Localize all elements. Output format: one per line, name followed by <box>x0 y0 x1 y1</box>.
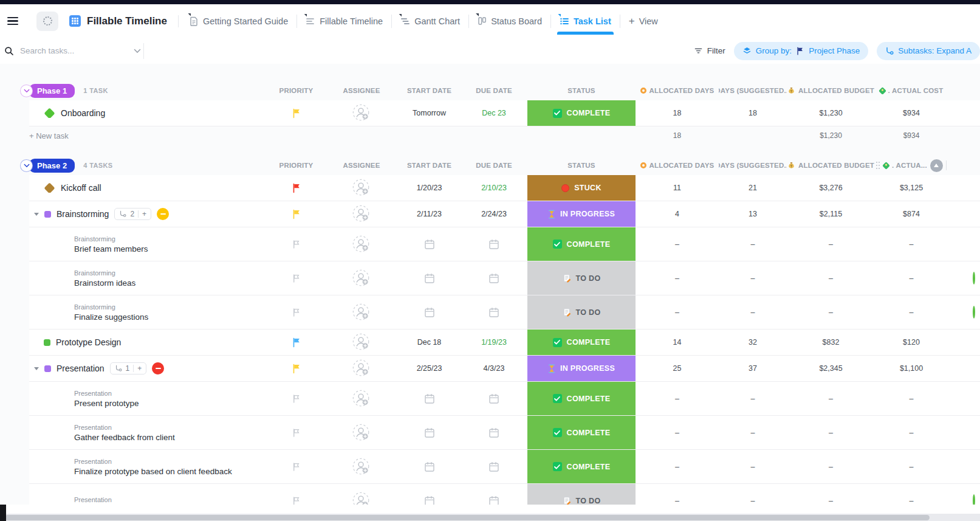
column-header-assignee[interactable]: ASSIGNEE <box>325 87 398 94</box>
task-name[interactable]: Finalize prototype based on client feedb… <box>74 467 232 476</box>
column-header-priority[interactable]: PRIORITY <box>267 162 325 169</box>
task-name[interactable]: Finalize suggestions <box>74 312 148 322</box>
assignee-cell[interactable] <box>325 303 398 322</box>
priority-cell[interactable] <box>267 308 325 317</box>
filter-button[interactable]: Filter <box>694 46 725 55</box>
status-badge-in-progress[interactable]: IN PROGRESS <box>527 356 636 381</box>
task-name[interactable]: Onboarding <box>61 108 105 118</box>
column-header-days[interactable]: ALLOCATED DAYS <box>636 87 719 94</box>
column-header-assignee[interactable]: ASSIGNEE <box>325 162 398 169</box>
red-minus-badge-icon[interactable] <box>152 362 164 374</box>
due-date-cell[interactable]: 2/24/23 <box>461 210 527 218</box>
status-badge-complete[interactable]: COMPLETE <box>527 100 636 126</box>
tab-status-board[interactable]: Status Board <box>469 13 550 30</box>
search-input[interactable] <box>20 46 128 55</box>
actual-cost-cell[interactable]: $934 <box>875 109 948 117</box>
status-badge-complete[interactable]: COMPLETE <box>527 450 636 483</box>
column-header-start[interactable]: START DATE <box>398 162 461 169</box>
days-suggested-cell[interactable]: 37 <box>719 364 787 373</box>
start-date-cell[interactable] <box>398 495 461 505</box>
subtask-count-chip[interactable]: 1+ <box>110 362 147 374</box>
status-shape-icon[interactable] <box>44 339 50 346</box>
due-date-cell[interactable] <box>461 393 527 405</box>
due-date-cell[interactable]: 1/19/23 <box>461 338 527 347</box>
allocated-days-cell[interactable]: – <box>636 429 719 437</box>
assignee-cell[interactable] <box>325 204 398 224</box>
column-header-start[interactable]: START DATE <box>398 87 461 94</box>
priority-cell[interactable] <box>267 496 325 505</box>
allocated-budget-cell[interactable]: – <box>787 395 875 403</box>
workspace-avatar[interactable] <box>36 12 58 31</box>
start-date-cell[interactable] <box>398 306 461 319</box>
assignee-cell[interactable] <box>325 235 398 254</box>
progress-dot-icon[interactable] <box>973 494 975 505</box>
actual-cost-cell[interactable]: $874 <box>875 210 948 218</box>
subtasks-pill[interactable]: Subtasks: Expand A <box>877 42 980 60</box>
allocated-days-cell[interactable]: 11 <box>636 184 719 192</box>
days-suggested-cell[interactable]: 32 <box>719 338 787 347</box>
status-badge-complete[interactable]: COMPLETE <box>527 416 636 449</box>
start-date-cell[interactable]: 1/20/23 <box>398 184 461 192</box>
actual-cost-cell[interactable]: – <box>875 308 948 317</box>
start-date-cell[interactable]: Dec 18 <box>398 338 461 347</box>
allocated-days-cell[interactable]: – <box>636 308 719 317</box>
days-suggested-cell[interactable]: – <box>719 308 787 317</box>
task-name[interactable]: Kickoff call <box>61 183 101 193</box>
due-date-cell[interactable] <box>461 495 527 505</box>
task-name[interactable]: Gather feedback from client <box>74 433 175 442</box>
assignee-cell[interactable] <box>325 178 398 198</box>
phase-pill[interactable]: Phase 2 <box>29 159 75 173</box>
status-shape-icon[interactable] <box>44 365 51 372</box>
days-suggested-cell[interactable]: – <box>719 274 787 283</box>
actual-cost-cell[interactable]: – <box>875 274 948 283</box>
assignee-cell[interactable] <box>325 491 398 505</box>
start-date-cell[interactable] <box>398 393 461 405</box>
task-name[interactable]: Brief team members <box>74 244 148 254</box>
column-header-suggested[interactable]: DAYS (SUGGESTED... <box>719 87 787 94</box>
allocated-days-cell[interactable]: – <box>636 274 719 283</box>
days-suggested-cell[interactable]: 21 <box>719 184 787 192</box>
priority-cell[interactable] <box>267 274 325 283</box>
actual-cost-cell[interactable]: – <box>875 240 948 249</box>
column-header-due[interactable]: DUE DATE <box>461 87 527 94</box>
tab-fillable-timeline[interactable]: Fillable Timeline <box>297 13 391 30</box>
start-date-cell[interactable] <box>398 461 461 473</box>
new-task-button[interactable]: + New task <box>29 131 69 140</box>
actual-cost-cell[interactable]: $1,100 <box>875 364 948 373</box>
days-suggested-cell[interactable]: – <box>719 429 787 437</box>
allocated-days-cell[interactable]: 4 <box>636 210 719 218</box>
task-name[interactable]: Present prototype <box>74 399 139 408</box>
priority-cell[interactable] <box>267 240 325 249</box>
task-name[interactable]: Brainstorm ideas <box>74 278 135 288</box>
status-shape-icon[interactable] <box>44 211 51 218</box>
task-name[interactable]: Presentation <box>57 364 105 373</box>
task-name[interactable]: Brainstorming <box>57 209 109 219</box>
allocated-budget-cell[interactable]: $832 <box>787 338 875 347</box>
status-badge-complete[interactable]: COMPLETE <box>527 382 636 415</box>
priority-cell[interactable] <box>267 108 325 119</box>
allocated-days-cell[interactable]: 14 <box>636 338 719 347</box>
column-header-days[interactable]: ALLOCATED DAYS <box>636 162 719 169</box>
status-badge-complete[interactable]: COMPLETE <box>527 227 636 261</box>
actual-cost-cell[interactable]: – <box>875 395 948 403</box>
add-subtask-button[interactable]: + <box>137 364 142 373</box>
allocated-budget-cell[interactable]: $1,230 <box>787 109 875 117</box>
priority-cell[interactable] <box>267 394 325 404</box>
tab-task-list[interactable]: Task List <box>551 13 620 30</box>
column-header-suggested[interactable]: DAYS (SUGGESTED... <box>719 162 787 169</box>
scrollbar-thumb[interactable] <box>5 515 930 520</box>
status-badge-to-do[interactable]: TO DO <box>527 261 636 295</box>
progress-dot-icon[interactable] <box>973 272 975 285</box>
sort-button[interactable] <box>930 159 943 172</box>
allocated-budget-cell[interactable]: – <box>787 240 875 249</box>
column-header-cost[interactable]: . ACTUAL COST <box>875 87 948 94</box>
allocated-budget-cell[interactable]: – <box>787 308 875 317</box>
days-suggested-cell[interactable]: 18 <box>719 109 787 117</box>
priority-cell[interactable] <box>267 209 325 219</box>
expand-chevron-icon[interactable] <box>34 213 39 216</box>
group-by-pill[interactable]: Group by: Project Phase <box>734 42 868 60</box>
assignee-cell[interactable] <box>325 359 398 378</box>
status-badge-stuck[interactable]: STUCK <box>527 175 636 201</box>
days-suggested-cell[interactable]: – <box>719 497 787 505</box>
actual-cost-cell[interactable]: – <box>875 497 948 505</box>
